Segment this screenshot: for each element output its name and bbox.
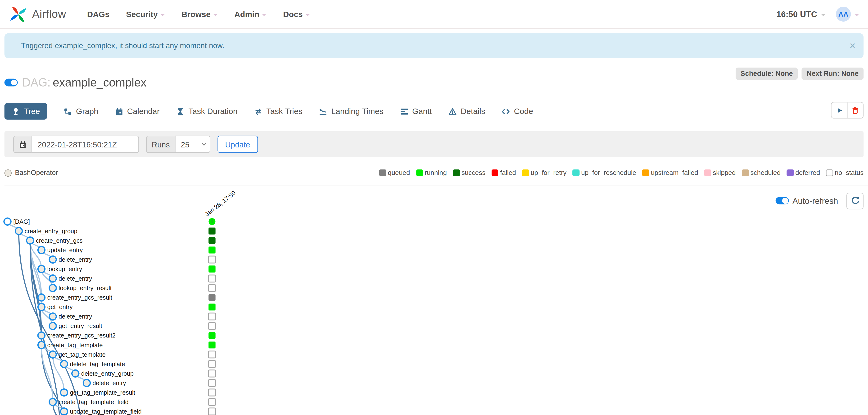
tree-node-label[interactable]: delete_entry xyxy=(59,256,92,263)
tree-node-label[interactable]: lookup_entry_result xyxy=(59,285,112,291)
task-status-square[interactable] xyxy=(209,275,215,282)
tree-node-label[interactable]: update_entry xyxy=(47,247,83,254)
tab-code[interactable]: Code xyxy=(502,107,533,116)
tree-node[interactable] xyxy=(49,256,56,263)
tree-node-label[interactable]: delete_entry_group xyxy=(81,370,134,377)
tree-node[interactable] xyxy=(27,237,33,244)
tree-node-label[interactable]: [DAG] xyxy=(13,218,30,225)
nav-item-dags[interactable]: DAGs xyxy=(87,10,110,19)
nav-item-docs[interactable]: Docs xyxy=(283,10,310,19)
base-date-input[interactable] xyxy=(32,136,139,153)
tree-node[interactable] xyxy=(38,294,45,301)
task-status-square[interactable] xyxy=(209,294,215,301)
task-status-square[interactable] xyxy=(209,285,215,291)
tree-node[interactable] xyxy=(72,370,79,377)
task-status-square[interactable] xyxy=(209,370,215,377)
tree-node[interactable] xyxy=(38,246,45,254)
task-status-square[interactable] xyxy=(209,351,215,358)
dag-header: DAG:example_complex Schedule: None Next … xyxy=(4,71,864,94)
tree-node[interactable] xyxy=(49,285,56,291)
tree-node-label[interactable]: create_entry_gcs xyxy=(36,237,83,244)
tree-node-label[interactable]: delete_entry xyxy=(59,275,92,282)
refresh-button[interactable] xyxy=(846,192,864,209)
task-status-square[interactable] xyxy=(209,398,215,405)
airflow-brand[interactable]: Airflow xyxy=(9,5,66,24)
tree-node[interactable] xyxy=(61,389,67,396)
plane-landing-icon xyxy=(319,107,328,115)
tree-node[interactable] xyxy=(83,380,90,386)
tab-task-duration[interactable]: Task Duration xyxy=(176,107,238,116)
tree-node[interactable] xyxy=(49,275,56,282)
nav-item-browse[interactable]: Browse xyxy=(182,10,218,19)
tree-node[interactable] xyxy=(38,332,45,339)
status-swatch-up_for_reschedule xyxy=(572,169,580,176)
tree-node[interactable] xyxy=(4,218,11,225)
tab-task-tries[interactable]: Task Tries xyxy=(254,107,303,116)
calendar-addon[interactable] xyxy=(13,136,32,153)
utc-clock[interactable]: 16:50 UTC xyxy=(777,9,817,19)
close-icon[interactable]: × xyxy=(850,41,855,51)
tree-node[interactable] xyxy=(61,408,67,415)
tree-node-label[interactable]: delete_entry xyxy=(59,313,92,320)
task-status-square[interactable] xyxy=(209,237,215,244)
task-status-square[interactable] xyxy=(209,304,215,310)
play-icon xyxy=(836,107,843,114)
auto-refresh-toggle[interactable] xyxy=(776,197,789,205)
tree-node-label[interactable]: delete_entry xyxy=(93,380,126,386)
legend-status-item: running xyxy=(416,169,447,177)
chevron-down-icon xyxy=(855,13,859,16)
task-status-square[interactable] xyxy=(209,256,215,263)
task-status-square[interactable] xyxy=(209,408,215,415)
nav-item-admin[interactable]: Admin xyxy=(234,10,267,19)
tree-node-label[interactable]: lookup_entry xyxy=(47,266,82,272)
tree-node-label[interactable]: get_tag_template_result xyxy=(70,389,135,396)
task-status-square[interactable] xyxy=(209,360,215,367)
status-label: upstream_failed xyxy=(651,169,698,177)
task-status-square[interactable] xyxy=(209,332,215,339)
tree-node-label[interactable]: delete_tag_template xyxy=(70,361,125,367)
user-avatar[interactable]: AA xyxy=(836,7,851,22)
num-runs-select[interactable]: 25 xyxy=(175,136,210,153)
tree-node[interactable] xyxy=(38,265,45,272)
tree-node[interactable] xyxy=(49,323,56,329)
tree-node[interactable] xyxy=(38,304,45,310)
update-button[interactable]: Update xyxy=(217,136,258,153)
task-status-square[interactable] xyxy=(209,342,215,348)
run-column-header[interactable]: Jan 28, 17:50 xyxy=(204,191,237,217)
tree-node-label[interactable]: update_tag_template_field xyxy=(70,408,142,415)
dag-pause-toggle[interactable] xyxy=(4,79,18,86)
tree-node-label[interactable]: get_tag_template xyxy=(59,351,106,358)
tree-node[interactable] xyxy=(16,228,22,234)
tree-node-label[interactable]: get_entry_result xyxy=(59,323,102,329)
tree-node-label[interactable]: create_entry_group xyxy=(25,228,78,234)
trigger-dag-button[interactable] xyxy=(832,102,847,118)
delete-dag-button[interactable] xyxy=(847,102,863,118)
tree-node[interactable] xyxy=(49,398,56,405)
tree-node[interactable] xyxy=(38,342,45,348)
tab-details[interactable]: Details xyxy=(448,107,485,116)
tab-calendar[interactable]: Calendar xyxy=(115,107,160,116)
tab-graph[interactable]: Graph xyxy=(64,107,98,116)
task-status-square[interactable] xyxy=(209,246,215,254)
tree-node[interactable] xyxy=(49,351,56,358)
task-status-square[interactable] xyxy=(209,313,215,320)
task-status-square[interactable] xyxy=(209,228,215,234)
tree-node-label[interactable]: create_entry_gcs_result2 xyxy=(47,332,115,339)
retry-arrows-icon xyxy=(254,107,262,115)
status-swatch-running xyxy=(416,169,423,176)
tree-node[interactable] xyxy=(61,360,67,367)
status-label: queued xyxy=(388,169,410,177)
tab-landing-times[interactable]: Landing Times xyxy=(319,107,383,116)
task-status-square[interactable] xyxy=(209,323,215,329)
tree-node-label[interactable]: create_entry_gcs_result xyxy=(47,294,112,301)
tree-node-label[interactable]: get_entry xyxy=(47,304,72,310)
task-status-square[interactable] xyxy=(209,265,215,272)
task-status-square[interactable] xyxy=(209,389,215,396)
tab-gantt[interactable]: Gantt xyxy=(400,107,432,116)
tree-node-label[interactable]: create_tag_template xyxy=(47,342,102,348)
task-status-square[interactable] xyxy=(209,380,215,386)
nav-item-security[interactable]: Security xyxy=(126,10,165,19)
tree-node-label[interactable]: create_tag_template_field xyxy=(59,398,129,405)
tab-tree[interactable]: Tree xyxy=(4,103,48,120)
tree-node[interactable] xyxy=(49,313,56,320)
